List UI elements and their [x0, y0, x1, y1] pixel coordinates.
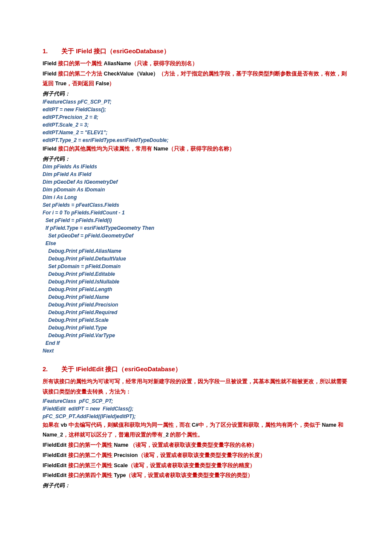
- code-line: Debug.Print pField.Editable: [43, 270, 349, 278]
- code-line: Dim i As Long: [43, 194, 349, 201]
- s2-line4: IFieldEdit 接口的第四个属性 Type（读写，设置或者获取该变量类型变…: [43, 471, 349, 481]
- text: IFieldEdit: [43, 472, 68, 478]
- text: IFieldEdit: [43, 442, 68, 448]
- text: IField: [43, 146, 58, 152]
- s2-para1: 所有该接口的属性均为可读可写，经常用与对新建字段的设置，因为字段一旦被设置，其基…: [43, 377, 349, 397]
- s2-line2: IFieldEdit 接口的第二个属性 Precision（读写，设置或者获取该…: [43, 451, 349, 461]
- code-line: Debug.Print pField.Length: [43, 286, 349, 293]
- text: （读写，设置或者获取该变量类型变量字段的类型）: [126, 472, 253, 478]
- code-line: End If: [43, 339, 349, 347]
- text: Name: [154, 146, 168, 152]
- code-line: Next: [43, 347, 349, 355]
- spacer: [43, 355, 349, 365]
- s2-line3: IFieldEdit 接口的第三个属性 Scale（读写，设置或者获取该变量类型…: [43, 461, 349, 471]
- code-line: If pField.Type = esriFieldTypeGeometry T…: [43, 224, 349, 232]
- code-line: editPT.Name_2 = "ELEV1";: [43, 129, 349, 136]
- code-line: Dim pField As IField: [43, 171, 349, 178]
- text: AliasName: [104, 61, 131, 66]
- s2-para2: 如果在 vb 中去编写代码，则赋值和获取均为同一属性，而在 C#中，为了区分设置…: [43, 420, 349, 441]
- code-line: Debug.Print pField.DefaultValue: [43, 255, 349, 263]
- code-line: For i = 0 To pFields.FieldCount - 1: [43, 209, 349, 217]
- text: IField: [43, 71, 58, 77]
- section-2-title: 关于 IFieldEdit 接口（esriGeoDatabase）: [61, 366, 182, 373]
- example-label-1: 例子代码：: [43, 90, 349, 98]
- text: Type: [114, 472, 126, 478]
- code-line: Else: [43, 240, 349, 247]
- text: （只读，获得字段的名称）: [168, 146, 235, 152]
- code-line: Debug.Print pField.Scale: [43, 316, 349, 324]
- text: 接口的第四个属性: [68, 472, 114, 478]
- text: IField: [43, 61, 58, 66]
- text: 接口的第二个属性: [68, 452, 114, 458]
- code-line: IFeatureClass pFC_SCP_PT;: [43, 98, 349, 106]
- text: 中，为了区分设置和获取，属性均有两个，类似于: [199, 422, 322, 428]
- example-label-2: 例子代码：: [43, 155, 349, 163]
- code-line: pFC_SCP_PT.AddField((IField)editPT);: [43, 413, 349, 420]
- code-line: Debug.Print pField.IsNullable: [43, 278, 349, 286]
- text: Scale: [114, 462, 128, 468]
- text: Name: [322, 422, 338, 428]
- text: IFieldEdit: [43, 462, 68, 468]
- code-line: Debug.Print pField.VarType: [43, 332, 349, 339]
- text: （读写，设置或者获取该变量类型变量字段的名称）: [130, 442, 257, 448]
- code-line: Debug.Print pField.Name: [43, 293, 349, 301]
- code-line: editPT.Precision_2 = 8;: [43, 113, 349, 121]
- section-2-num: 2.: [43, 366, 48, 373]
- text: 接口的第一个属性: [68, 442, 114, 448]
- code-line: Debug.Print pField.AliasName: [43, 247, 349, 255]
- code-line: Set pDomain = pField.Domain: [43, 263, 349, 270]
- code-line: Set pFields = pFeatClass.Fields: [43, 201, 349, 209]
- text: False: [95, 81, 109, 87]
- text: Name_2: [43, 432, 63, 438]
- text: ）: [109, 81, 115, 87]
- text: ，这样就可以区分了，普遍用设置的带有: [63, 432, 163, 438]
- text: Precision: [114, 452, 138, 458]
- s2-line1: IFieldEdit 接口的第一个属性 Name （读写，设置或者获取该变量类型…: [43, 440, 349, 451]
- code-line: Set pGeoDef = pField.GeometryDef: [43, 232, 349, 240]
- code-line: Debug.Print pField.Required: [43, 309, 349, 316]
- text: （读写，设置或者获取该变量类型变量字段的精度）: [128, 462, 255, 468]
- section-1-title: 关于 IField 接口（esriGeoDatabase）: [61, 48, 170, 55]
- text: ，否则返回: [66, 81, 95, 87]
- text: 的那个属性。: [170, 432, 203, 438]
- section-1-num: 1.: [43, 48, 48, 55]
- example-label-3: 例子代码：: [43, 482, 349, 490]
- code-line: Set pField = pFields.Field(i): [43, 217, 349, 224]
- code-line: Dim pDomain As IDomain: [43, 186, 349, 194]
- section-1-heading: 1. 关于 IField 接口（esriGeoDatabase）: [43, 47, 349, 56]
- text: 接口的第一个属性: [58, 61, 104, 66]
- text: C#: [192, 422, 199, 428]
- text: 如果在: [43, 422, 61, 428]
- text: _2: [163, 432, 170, 438]
- text: CheckValue（Value）: [104, 71, 159, 77]
- section-2-heading: 2. 关于 IFieldEdit 接口（esriGeoDatabase）: [43, 365, 349, 374]
- s1-line3: IField 接口的其他属性均为只读属性，常用有 Name（只读，获得字段的名称…: [43, 144, 349, 154]
- code-line: editPT.Scale_2 = 3;: [43, 121, 349, 129]
- text: IFieldEdit: [43, 452, 68, 458]
- text: （只读，获得字段的别名）: [131, 61, 198, 66]
- s1-line2: IField 接口的第二个方法 CheckValue（Value）（方法，对于指…: [43, 69, 349, 90]
- code-line: editPT = new FieldClass();: [43, 106, 349, 113]
- code-line: Dim pFields As IFields: [43, 163, 349, 171]
- code-line: Dim pGeoDef As IGeometryDef: [43, 178, 349, 186]
- code-line: editPT.Type_2 = esriFieldType.esriFieldT…: [43, 136, 349, 144]
- text: 接口的第二个方法: [58, 71, 104, 77]
- code-line: Debug.Print pField.Type: [43, 324, 349, 332]
- code-line: IFieldEdit editPT = new FieldClass();: [43, 405, 349, 413]
- text: （读写，设置或者获取该变量类型变量字段的长度）: [138, 452, 265, 458]
- text: Name: [114, 442, 130, 448]
- text: 接口的其他属性均为只读属性，常用有: [58, 146, 153, 152]
- text: 接口的第三个属性: [68, 462, 114, 468]
- text: 和: [338, 422, 343, 428]
- text: vb: [61, 422, 68, 428]
- text: True: [55, 81, 66, 87]
- text: 中去编写代码，则赋值和获取均为同一属性，而在: [69, 422, 192, 428]
- s1-line1: IField 接口的第一个属性 AliasName（只读，获得字段的别名）: [43, 59, 349, 69]
- code-line: IFeatureClass pFC_SCP_PT;: [43, 397, 349, 405]
- code-line: Debug.Print pField.Precision: [43, 301, 349, 309]
